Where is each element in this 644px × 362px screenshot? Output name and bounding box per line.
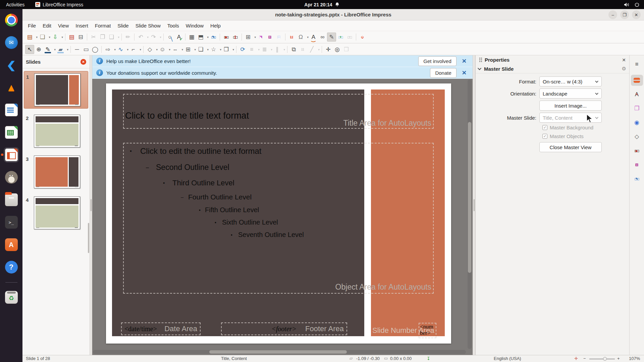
display-views[interactable]: ⬒ xyxy=(196,33,205,42)
zoom-in-icon[interactable]: + xyxy=(617,356,620,361)
menu-item[interactable]: View xyxy=(55,21,72,30)
outline-placeholder[interactable]: •Click to edit the outline text format –… xyxy=(123,143,434,294)
arrange[interactable]: ≣ xyxy=(260,45,269,54)
fit-slide-icon[interactable]: ✛ xyxy=(574,356,578,361)
fill-color[interactable]: ▰ xyxy=(56,45,65,54)
activities-button[interactable]: Activities xyxy=(0,0,31,9)
tab-master-slides[interactable]: ▭ ✎ xyxy=(631,173,643,184)
properties-close-icon[interactable]: ✕ xyxy=(622,57,626,63)
calc[interactable] xyxy=(4,125,19,140)
copy[interactable]: ❐ xyxy=(98,33,107,42)
insert-media[interactable]: ■ ≡ xyxy=(265,33,274,42)
connectors[interactable]: ⌐ xyxy=(129,45,138,54)
slide-canvas[interactable]: Click to edit the title text format Titl… xyxy=(92,79,473,355)
date-placeholder[interactable]: <date/time> Date Area xyxy=(121,322,201,335)
checkbox-checked-icon[interactable] xyxy=(542,125,547,130)
slides-panel-scrollbar[interactable] xyxy=(88,223,89,253)
print[interactable]: ⊟ xyxy=(76,33,85,42)
document-saved-icon[interactable]: ↧ xyxy=(427,356,430,361)
flowchart-shapes[interactable]: ⊞ xyxy=(183,45,193,54)
show-draw-functions[interactable]: ▭ ✎ xyxy=(209,33,218,42)
toggle-3d[interactable]: ❒ xyxy=(342,45,351,54)
checkbox-checked-icon[interactable] xyxy=(542,134,547,139)
slide-thumbnail-page[interactable] xyxy=(34,156,80,188)
menu-item[interactable]: Insert xyxy=(72,21,92,30)
chrome[interactable] xyxy=(4,12,19,28)
cut[interactable]: ✂ xyxy=(89,33,98,42)
notification-close-icon[interactable]: ✕ xyxy=(460,58,469,65)
select[interactable]: ↖ xyxy=(25,45,34,54)
orientation-dropdown[interactable]: Landscape xyxy=(539,88,602,99)
panel-splitter-left[interactable] xyxy=(90,55,92,355)
slide-thumbnail-2[interactable]: 2 xyxy=(24,113,88,149)
focused-app-indicator[interactable]: LibreOffice Impress xyxy=(31,2,88,7)
delete-master[interactable]: ▭ × xyxy=(345,33,354,42)
undo[interactable]: ↶ xyxy=(136,33,145,42)
fontwork[interactable]: A ‿ xyxy=(309,33,318,42)
zoom-slider-track[interactable] xyxy=(589,359,615,359)
glue-points[interactable]: ◎ xyxy=(333,45,342,54)
format-dropdown[interactable]: On-scre… w (4:3) xyxy=(539,76,602,86)
export-as-pdf[interactable]: ▤ xyxy=(67,33,76,42)
clock[interactable]: Apr 21 20:14 xyxy=(304,2,339,7)
panel-drag-handle-icon[interactable] xyxy=(479,57,482,62)
gimp[interactable] xyxy=(4,170,19,185)
tab-styles[interactable]: A ✎ xyxy=(631,89,643,100)
curves-and-polygons[interactable]: ∿ xyxy=(116,45,125,54)
slide-thumbnail-3[interactable]: 3 xyxy=(24,154,88,190)
close-master-view[interactable]: ● ✕ xyxy=(358,33,367,42)
rotate[interactable]: ⟳ xyxy=(238,45,247,54)
shadow[interactable]: ⧉ xyxy=(289,45,298,54)
rectangle[interactable]: ▭ xyxy=(82,45,91,54)
canvas-horizontal-scrollbar[interactable] xyxy=(93,350,466,354)
tab-slide-transition[interactable]: ▭ ▶ xyxy=(631,145,643,156)
donate-button[interactable]: Donate xyxy=(430,68,456,78)
scrollbar-thumb[interactable] xyxy=(468,122,471,273)
callout-shapes[interactable]: ❏ xyxy=(196,45,205,54)
close-master-view-button[interactable]: Close Master View xyxy=(539,142,602,152)
clone-formatting[interactable]: ✏ xyxy=(123,33,132,42)
impress[interactable] xyxy=(4,147,19,163)
start-from-current-slide[interactable]: ▭ ∥ xyxy=(231,33,240,42)
align-objects[interactable]: ≡ xyxy=(247,45,256,54)
crop-image[interactable]: ⌗ xyxy=(298,45,307,54)
master-slide-section-header[interactable]: Master Slide ⚙ xyxy=(476,64,629,73)
terminal[interactable] xyxy=(4,215,19,230)
spelling[interactable]: A ✓ xyxy=(174,33,183,42)
master-background-checkbox-row[interactable]: Master Background xyxy=(542,125,629,130)
redo[interactable]: ↷ xyxy=(149,33,158,42)
line-color[interactable]: ✎ xyxy=(43,45,52,54)
insert-line[interactable]: ─ xyxy=(72,45,82,54)
zoom-and-pan[interactable]: ⊕ xyxy=(34,45,43,54)
scrollbar-thumb[interactable] xyxy=(209,350,347,354)
show-applications[interactable] xyxy=(4,345,19,360)
display-grid[interactable]: ▦ xyxy=(187,33,196,42)
zoom-slider-handle[interactable] xyxy=(603,357,607,361)
menu-item[interactable]: Slide Show xyxy=(132,21,164,30)
find-and-replace[interactable]: ○ ╲ xyxy=(165,33,174,42)
minimize-button[interactable]: – xyxy=(608,10,617,19)
language-status[interactable]: English (USA) xyxy=(494,356,521,361)
new-master[interactable]: ▭ + xyxy=(336,33,345,42)
insert-hyperlink[interactable]: ∞ xyxy=(318,33,327,42)
writer[interactable] xyxy=(4,102,19,118)
slide-thumbnail-page[interactable] xyxy=(34,115,80,147)
restore-button[interactable]: ❐ xyxy=(620,10,629,19)
thunderbird[interactable] xyxy=(4,35,19,50)
sidebar-menu[interactable]: ≡ xyxy=(631,59,643,70)
tab-navigator[interactable]: ◉ xyxy=(631,117,643,128)
help[interactable] xyxy=(4,259,19,275)
software[interactable] xyxy=(4,237,19,252)
menu-item[interactable]: File xyxy=(24,21,39,30)
insert-image[interactable]: ■ ◣ xyxy=(256,33,265,42)
zoom-level-status[interactable]: 107% xyxy=(629,356,640,361)
trash[interactable] xyxy=(4,290,19,305)
vscode[interactable] xyxy=(4,57,19,73)
slides-panel-close-icon[interactable]: ✕ xyxy=(80,59,86,65)
insert-text-box[interactable]: ■ T xyxy=(287,33,296,42)
tab-gallery[interactable]: ❐ xyxy=(631,103,643,114)
open[interactable]: ❏ xyxy=(38,33,47,42)
menu-item[interactable]: Help xyxy=(207,21,224,30)
master-slide-page[interactable]: Click to edit the title text format Titl… xyxy=(106,83,451,344)
image-filter[interactable]: ╱ xyxy=(307,45,316,54)
